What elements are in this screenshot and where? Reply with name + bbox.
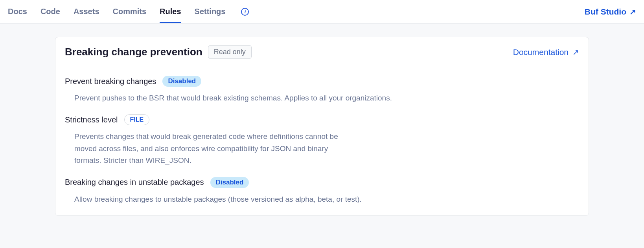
status-badge: Disabled — [162, 76, 201, 87]
buf-studio-label: Buf Studio — [585, 7, 626, 16]
setting-title: Strictness level — [65, 115, 118, 124]
setting-title: Prevent breaking changes — [65, 77, 156, 86]
setting-description: Prevents changes that would break genera… — [65, 131, 348, 166]
tab-code[interactable]: Code — [40, 0, 60, 23]
setting-header: Prevent breaking changes Disabled — [65, 76, 579, 87]
nav-tabs: Docs Code Assets Commits Rules Settings … — [8, 0, 585, 23]
tab-rules[interactable]: Rules — [160, 0, 181, 23]
external-link-icon: ↗ — [572, 47, 579, 57]
tab-assets[interactable]: Assets — [74, 0, 99, 23]
tab-docs[interactable]: Docs — [8, 0, 27, 23]
setting-description: Prevent pushes to the BSR that would bre… — [65, 92, 427, 104]
settings-card: Breaking change prevention Read only Doc… — [55, 37, 589, 216]
setting-header: Strictness level FILE — [65, 114, 579, 125]
documentation-label: Documentation — [513, 47, 569, 57]
info-icon[interactable]: i — [241, 8, 249, 16]
content: Breaking change prevention Read only Doc… — [0, 24, 644, 224]
card-body: Prevent breaking changes Disabled Preven… — [55, 67, 589, 215]
buf-studio-link[interactable]: Buf Studio ↗ — [585, 7, 636, 16]
setting-title: Breaking changes in unstable packages — [65, 178, 204, 187]
card-header: Breaking change prevention Read only Doc… — [55, 37, 589, 67]
card-title: Breaking change prevention — [65, 46, 202, 58]
readonly-badge: Read only — [208, 45, 252, 59]
setting-strictness-level: Strictness level FILE Prevents changes t… — [65, 114, 579, 166]
header-left: Breaking change prevention Read only — [65, 45, 252, 59]
setting-description: Allow breaking changes to unstable packa… — [65, 193, 427, 205]
external-link-icon: ↗ — [629, 7, 636, 16]
setting-prevent-breaking: Prevent breaking changes Disabled Preven… — [65, 76, 579, 104]
level-badge: FILE — [124, 114, 150, 125]
setting-header: Breaking changes in unstable packages Di… — [65, 177, 579, 188]
tab-settings[interactable]: Settings — [195, 0, 226, 23]
tab-commits[interactable]: Commits — [113, 0, 147, 23]
documentation-link[interactable]: Documentation ↗ — [513, 47, 579, 57]
setting-unstable-packages: Breaking changes in unstable packages Di… — [65, 177, 579, 205]
nav-bar: Docs Code Assets Commits Rules Settings … — [0, 0, 644, 24]
status-badge: Disabled — [210, 177, 249, 188]
